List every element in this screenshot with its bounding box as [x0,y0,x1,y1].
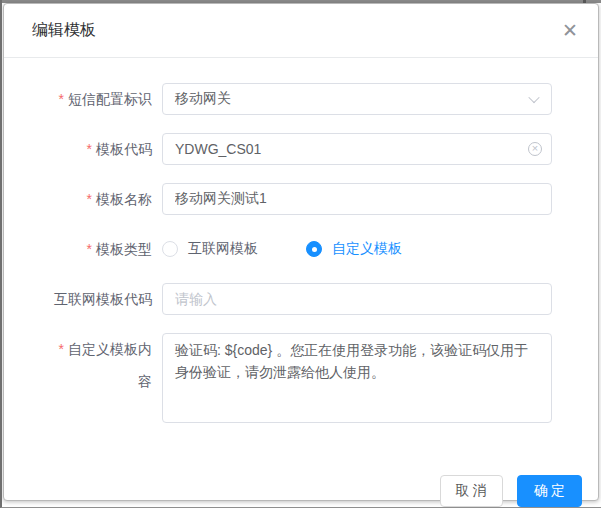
confirm-button[interactable]: 确定 [517,475,582,507]
form-row-internet-code: 互联网模板代码 [4,283,598,315]
internet-code-label: 互联网模板代码 [52,283,152,315]
radio-custom-label: 自定义模板 [332,240,402,258]
form-row-custom-content: *自定义模板内容 验证码: ${code} 。您正在使用登录功能，该验证码仅用于… [4,333,598,423]
required-mark: * [87,141,92,157]
custom-content-textarea[interactable]: 验证码: ${code} 。您正在使用登录功能，该验证码仅用于身份验证，请勿泄露… [162,333,552,423]
template-name-label: *模板名称 [52,183,152,215]
template-code-label: *模板代码 [52,133,152,165]
radio-unselected-icon [162,241,178,257]
sms-config-selected-value: 移动网关 [175,90,231,108]
form-row-sms-config: *短信配置标识 移动网关 [4,83,598,115]
dialog-header: 编辑模板 ✕ [4,4,598,58]
template-type-radio-group: 互联网模板 自定义模板 [162,233,552,265]
dialog-title: 编辑模板 [32,20,96,41]
radio-internet-template[interactable]: 互联网模板 [162,240,258,258]
sms-config-select[interactable]: 移动网关 [162,83,552,115]
required-mark: * [59,341,64,357]
template-code-input[interactable] [162,133,552,165]
radio-internet-label: 互联网模板 [188,240,258,258]
radio-custom-template[interactable]: 自定义模板 [294,240,432,258]
template-name-input[interactable] [162,183,552,215]
radio-selected-icon [306,241,322,257]
clear-circle-icon[interactable]: × [528,142,542,156]
close-icon[interactable]: ✕ [560,19,580,42]
form-row-template-type: *模板类型 互联网模板 自定义模板 [4,233,598,265]
template-type-label: *模板类型 [52,233,152,265]
screen: 编辑模板 ✕ *短信配置标识 移动网关 *模板代码 × [0,0,601,508]
edit-template-dialog: 编辑模板 ✕ *短信配置标识 移动网关 *模板代码 × [3,3,599,501]
sms-config-label: *短信配置标识 [52,83,152,115]
internet-code-input[interactable] [162,283,552,315]
required-mark: * [87,241,92,257]
required-mark: * [59,91,64,107]
dialog-footer: 取消 确定 [4,441,598,507]
custom-content-label: *自定义模板内容 [52,333,152,397]
form-row-template-name: *模板名称 [4,183,598,215]
form-row-template-code: *模板代码 × [4,133,598,165]
dialog-body: *短信配置标识 移动网关 *模板代码 × *模板名称 [4,58,598,441]
required-mark: * [87,191,92,207]
cancel-button[interactable]: 取消 [440,475,503,507]
